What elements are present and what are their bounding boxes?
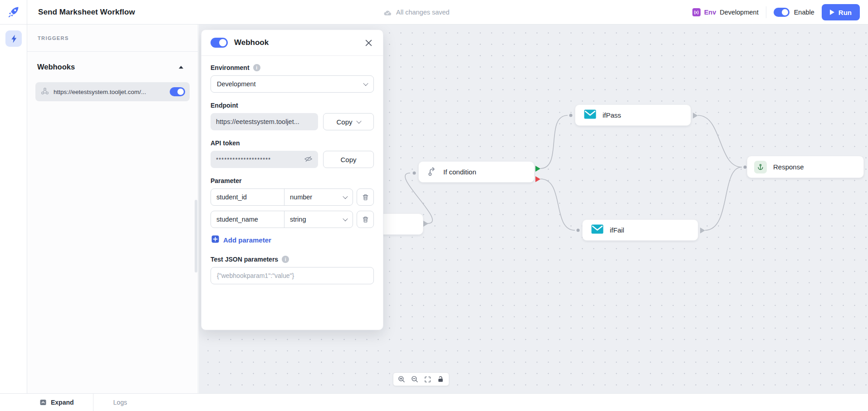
triggers-section-header: TRIGGERS: [27, 25, 198, 52]
topbar-actions: (x) Env Development Enable Run: [692, 0, 860, 25]
chevron-down-icon: [363, 81, 368, 86]
environment-select[interactable]: Development: [211, 75, 374, 93]
divider: [93, 394, 93, 411]
webhook-list-item[interactable]: https://eetestsystem.tooljet.com/...: [35, 82, 190, 101]
info-icon: i: [282, 256, 289, 263]
workflow-title: Send Marksheet Workflow: [38, 8, 135, 17]
node-label: Response: [773, 163, 804, 171]
lock-icon[interactable]: [436, 374, 446, 384]
node-label: If condition: [443, 168, 476, 176]
environment-badge[interactable]: (x) Env Development: [692, 8, 759, 16]
endpoint-label: Endpoint: [211, 102, 374, 109]
divider: [766, 6, 766, 18]
api-token-label: API token: [211, 139, 374, 147]
node-if-condition[interactable]: If condition: [418, 161, 535, 183]
mail-icon: [584, 109, 596, 121]
eye-off-icon[interactable]: [304, 155, 313, 164]
expand-button[interactable]: Expand: [39, 399, 74, 406]
env-icon: (x): [692, 8, 701, 16]
workflow-editor: If condition ifPass ifFail Respo: [0, 0, 868, 411]
trash-icon: [362, 193, 369, 201]
node-label: ifFail: [610, 226, 624, 234]
mail-icon: [591, 224, 603, 236]
webhooks-group-title: Webhooks: [37, 63, 75, 71]
parameter-label: Parameter: [211, 177, 374, 184]
webhook-config-panel: Webhook Environment i Development Endpoi…: [201, 30, 383, 330]
delete-parameter-button[interactable]: [357, 211, 374, 228]
enable-label: Enable: [794, 9, 814, 16]
canvas-toolbar: [393, 372, 449, 386]
response-icon: [754, 161, 767, 173]
triggers-section-title: TRIGGERS: [38, 35, 69, 41]
left-rail: [0, 25, 27, 393]
parameter-type-select[interactable]: number: [284, 189, 353, 205]
panel-body: Environment i Development Endpoint https…: [201, 56, 383, 292]
parameter-type-select[interactable]: string: [284, 211, 353, 228]
api-token-input[interactable]: ********************: [211, 151, 318, 168]
webhook-item-toggle[interactable]: [170, 87, 185, 96]
webhooks-group-header[interactable]: Webhooks: [27, 52, 198, 71]
info-icon: i: [253, 64, 260, 71]
bottom-bar: Expand Logs: [0, 393, 868, 411]
chevron-down-icon: [343, 194, 348, 199]
expand-label: Expand: [51, 399, 74, 406]
close-icon[interactable]: [363, 37, 374, 48]
parameter-row: student_id number: [211, 188, 374, 206]
node-label: ifPass: [603, 111, 621, 119]
parameter-name-input[interactable]: student_name: [211, 211, 284, 228]
logs-tab[interactable]: Logs: [113, 399, 127, 406]
api-token-copy-button[interactable]: Copy: [323, 151, 374, 168]
trash-icon: [362, 216, 369, 223]
webhook-icon: [41, 87, 49, 97]
expand-panel-icon: [39, 399, 47, 406]
environment-label: Environment i: [211, 64, 374, 71]
parameter-group: student_name string: [211, 211, 353, 228]
lightning-icon: [10, 35, 18, 43]
api-token-masked-value: ********************: [216, 156, 300, 163]
fit-view-icon[interactable]: [422, 374, 432, 384]
delete-parameter-button[interactable]: [357, 188, 374, 206]
sidebar-scrollbar[interactable]: [195, 200, 197, 272]
parameter-name-input[interactable]: student_id: [211, 189, 284, 205]
play-icon: [830, 10, 834, 15]
run-button[interactable]: Run: [822, 4, 860, 20]
add-parameter-button[interactable]: Add parameter: [211, 235, 374, 245]
node-iffail[interactable]: ifFail: [582, 219, 698, 241]
webhook-enabled-toggle[interactable]: [211, 38, 228, 48]
enable-toggle[interactable]: [774, 8, 790, 17]
parameter-row: student_name string: [211, 211, 374, 228]
top-bar: Send Marksheet Workflow All changes save…: [0, 0, 868, 25]
zoom-out-icon[interactable]: [410, 374, 420, 384]
triggers-sidebar: TRIGGERS Webhooks https://eetestsystem.t…: [27, 25, 198, 393]
endpoint-value: https://eetestsystem.tooljet...: [216, 118, 313, 125]
env-label: Env: [704, 9, 716, 16]
triggers-rail-button[interactable]: [5, 30, 22, 47]
parameter-group: student_id number: [211, 188, 353, 206]
endpoint-input[interactable]: https://eetestsystem.tooljet...: [211, 113, 318, 130]
test-json-label: Test JSON parameters i: [211, 256, 374, 263]
plus-square-icon: [211, 235, 219, 245]
save-status: All changes saved: [383, 0, 450, 25]
enable-group: Enable: [774, 8, 814, 17]
environment-value: Development: [217, 80, 255, 88]
cloud-check-icon: [383, 9, 392, 16]
branch-icon: [427, 166, 437, 178]
test-json-input[interactable]: [211, 267, 374, 284]
collapse-icon[interactable]: [179, 66, 183, 69]
chevron-down-icon: [356, 119, 361, 124]
save-status-text: All changes saved: [396, 9, 450, 16]
rocket-icon: [7, 6, 20, 18]
endpoint-copy-button[interactable]: Copy: [323, 113, 374, 130]
chevron-down-icon: [343, 216, 348, 221]
env-value: Development: [720, 9, 758, 16]
node-ifpass[interactable]: ifPass: [575, 104, 691, 126]
app-logo[interactable]: [0, 0, 27, 25]
node-response[interactable]: Response: [747, 156, 864, 178]
panel-title: Webhook: [234, 38, 357, 47]
webhook-url: https://eetestsystem.tooljet.com/...: [54, 89, 165, 95]
zoom-in-icon[interactable]: [397, 374, 407, 384]
panel-header: Webhook: [201, 30, 383, 56]
